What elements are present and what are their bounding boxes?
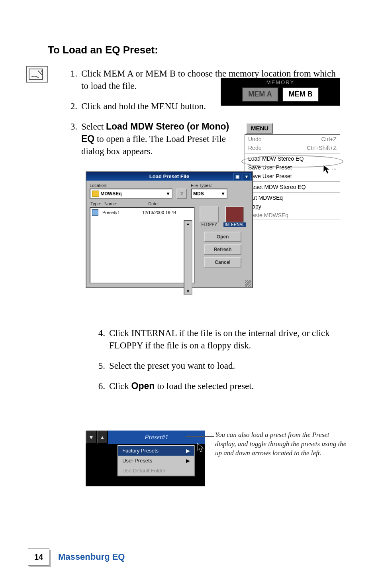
menu-item-shortcut: Ctrl+Z xyxy=(321,136,337,142)
file-icon xyxy=(92,209,98,216)
tip-text: You can also load a preset from the Pres… xyxy=(215,431,347,458)
cancel-button[interactable]: Cancel xyxy=(204,257,241,267)
menu-list: Undo Ctrl+Z Redo Ctrl+Shift+Z Load MDW S… xyxy=(245,134,340,220)
menu-item-save-preset-2[interactable]: Save User Preset xyxy=(245,172,340,181)
mem-b-button[interactable]: MEM B xyxy=(282,87,319,102)
step-number: 3. xyxy=(64,120,81,157)
svg-rect-0 xyxy=(29,69,43,79)
preset-name-display[interactable]: Preset#1 xyxy=(108,431,205,444)
load-preset-dialog: Load Preset File ▣ ▼ Location: MDWSEq ▼ … xyxy=(86,171,253,288)
menu-item-ellipsis: ... xyxy=(332,164,337,171)
menu-item-label: User Presets xyxy=(122,458,152,464)
preset-up-arrow[interactable]: ▲ xyxy=(97,431,108,444)
mem-a-button[interactable]: MEM A xyxy=(242,87,278,102)
menu-item-redo[interactable]: Redo Ctrl+Shift+Z xyxy=(245,144,340,152)
folder-icon xyxy=(92,191,99,197)
chevron-down-icon: ▼ xyxy=(165,191,172,197)
location-value: MDWSEq xyxy=(100,191,121,197)
menu-item-label: Load MDW Stereo EQ xyxy=(248,155,304,162)
filetypes-combo[interactable]: MDS ▼ xyxy=(191,189,227,199)
step-bold: Open xyxy=(131,381,155,391)
step-text: Select xyxy=(81,122,106,132)
menu-item-label: Save User Preset xyxy=(248,173,292,179)
drive-label: FLOPPY xyxy=(202,222,217,227)
menu-panel: MENU Undo Ctrl+Z Redo Ctrl+Shift+Z Load … xyxy=(245,123,340,220)
internal-drive-icon xyxy=(225,206,244,222)
menu-item-label: Paste MDWSEq xyxy=(248,212,288,218)
dialog-titlebar[interactable]: Load Preset File ▣ ▼ xyxy=(86,172,252,181)
menu-button[interactable]: MENU xyxy=(246,123,273,134)
step-number: 5. xyxy=(92,360,109,372)
page-number: 14 xyxy=(28,548,49,566)
file-row[interactable]: Preset#1 12/13/2000 16:44: xyxy=(92,209,192,216)
menu-item-label: Undo xyxy=(248,136,261,142)
chevron-right-icon: ▶ xyxy=(186,458,190,464)
menu-item-label: Reset MDW Stereo EQ xyxy=(248,184,306,190)
menu-item-label: Use Default Folder xyxy=(122,468,165,474)
file-list[interactable]: Preset#1 12/13/2000 16:44: xyxy=(90,207,195,283)
col-type: Type: xyxy=(90,201,101,206)
drive-label: INTERNAL xyxy=(223,222,245,227)
chevron-down-icon: ▼ xyxy=(219,191,227,197)
file-name: Preset#1 xyxy=(102,210,138,215)
step-number: 6. xyxy=(92,380,109,392)
filetypes-label: File Types: xyxy=(191,183,227,188)
scroll-down-icon[interactable]: ▼ xyxy=(186,289,190,293)
menu-item-cut[interactable]: Cut MDWSEq xyxy=(245,193,340,202)
drive-internal[interactable]: INTERNAL xyxy=(223,206,245,227)
filetypes-value: MDS xyxy=(193,191,204,197)
menu-item-shortcut: Ctrl+Shift+Z xyxy=(307,145,337,151)
step-text: Click and hold the MENU button. xyxy=(81,101,206,111)
menu-item-label: Redo xyxy=(248,145,261,151)
step-number: 1. xyxy=(64,67,81,92)
step-text: Click xyxy=(109,381,131,391)
drive-floppy[interactable]: FLOPPY xyxy=(200,206,219,227)
step-number: 2. xyxy=(64,100,81,112)
preset-menu: Factory Presets▶ User Presets▶ Use Defau… xyxy=(118,445,195,476)
footer-title: Massenburg EQ xyxy=(58,552,125,562)
preset-down-arrow[interactable]: ▼ xyxy=(86,431,97,444)
resize-handle[interactable] xyxy=(245,280,251,287)
chevron-right-icon: ▶ xyxy=(186,448,190,454)
menu-item-label: Cut MDWSEq xyxy=(248,195,283,201)
callout-line xyxy=(186,436,214,437)
location-label: Location: xyxy=(90,183,172,188)
up-folder-button[interactable]: ⇧ xyxy=(176,189,187,199)
dialog-title: Load Preset File xyxy=(149,173,189,179)
step-text: Select the preset you want to load. xyxy=(109,361,235,371)
step-number: 4. xyxy=(92,327,109,352)
preset-display-figure: ▼ ▲ Preset#1 Factory Presets▶ User Prese… xyxy=(86,431,205,486)
memory-label: MEMORY xyxy=(224,79,337,85)
note-icon xyxy=(26,66,48,83)
step-text: to open a file. The Load Preset File dia… xyxy=(81,134,226,156)
col-date: Date: xyxy=(148,201,159,206)
menu-item-copy[interactable]: Copy xyxy=(245,202,340,211)
menu-item-load[interactable]: Load MDW Stereo EQ xyxy=(245,154,340,163)
list-header: Type: Name: Date: xyxy=(90,201,249,206)
page-footer: 14 Massenburg EQ xyxy=(28,548,125,566)
scrollbar[interactable]: ▲ ▼ xyxy=(184,220,192,295)
dropdown-icon[interactable]: ▼ xyxy=(243,173,251,180)
col-name[interactable]: Name: xyxy=(104,201,117,206)
menu-item-reset[interactable]: Reset MDW Stereo EQ xyxy=(245,183,340,191)
menu-item-label: Factory Presets xyxy=(122,448,159,454)
file-date: 12/13/2000 16:44: xyxy=(142,210,178,215)
refresh-button[interactable]: Refresh xyxy=(204,244,241,255)
menu-item-label: Save User Preset xyxy=(248,164,292,171)
menu-item-paste[interactable]: Paste MDWSEq xyxy=(245,211,340,220)
step-text: to load the selected preset. xyxy=(155,381,254,391)
step-text: Click INTERNAL if the file is on the int… xyxy=(109,328,330,350)
preset-menu-default[interactable]: Use Default Folder xyxy=(118,466,194,476)
preset-menu-factory[interactable]: Factory Presets▶ xyxy=(118,446,194,456)
floppy-icon xyxy=(200,206,219,222)
menu-item-save-preset[interactable]: Save User Preset ... xyxy=(245,163,340,172)
preset-menu-user[interactable]: User Presets▶ xyxy=(118,456,194,466)
location-combo[interactable]: MDWSEq ▼ xyxy=(90,189,172,199)
open-button[interactable]: Open xyxy=(204,232,241,242)
section-heading: To Load an EQ Preset: xyxy=(48,44,344,56)
scroll-up-icon[interactable]: ▲ xyxy=(186,222,190,226)
minimize-icon[interactable]: ▣ xyxy=(233,173,241,180)
menu-item-undo[interactable]: Undo Ctrl+Z xyxy=(245,135,340,144)
memory-panel: MEMORY MEM A MEM B xyxy=(221,78,340,106)
